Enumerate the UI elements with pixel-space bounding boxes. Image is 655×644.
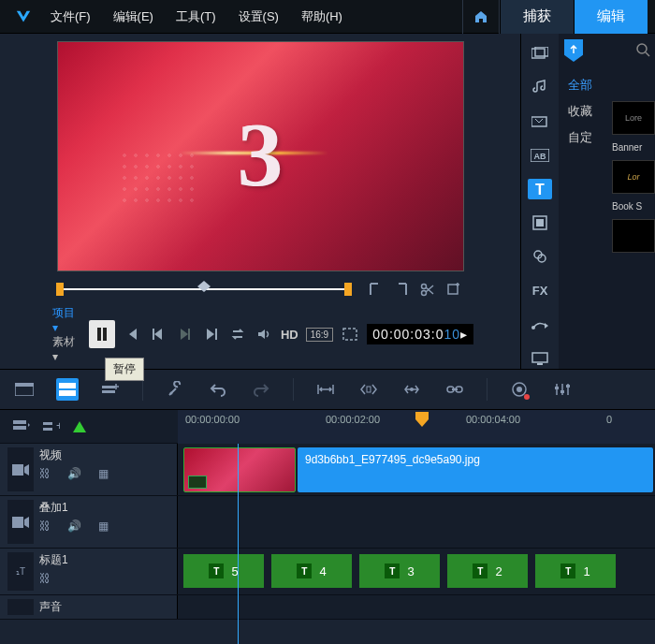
track-enable-icon[interactable] — [73, 421, 86, 432]
lib-title-icon[interactable]: T — [528, 179, 552, 199]
timeline-ruler[interactable]: 00:00:00:00 00:00:02:00 00:00:04:00 0 — [178, 410, 655, 444]
menu-tools[interactable]: 工具(T) — [165, 8, 227, 25]
lib-screen-icon[interactable] — [528, 348, 552, 369]
trim-in-handle[interactable] — [56, 283, 64, 296]
preview-tab-project[interactable]: 项目▾ — [52, 305, 78, 334]
preview-panel: 3 项目▾ 素材▾ — [0, 34, 520, 369]
svg-rect-38 — [560, 390, 564, 393]
playhead-handle[interactable] — [415, 412, 429, 427]
record-icon[interactable] — [508, 378, 531, 401]
search-icon[interactable] — [636, 43, 651, 58]
timecode-display[interactable]: 00:00:03:010▸ — [367, 324, 473, 344]
title-clip-2[interactable]: T2 — [447, 554, 528, 588]
library-thumb-3[interactable] — [612, 219, 655, 253]
title-track-icon[interactable]: ₁T — [7, 552, 34, 591]
ruler-t2: 00:00:04:00 — [466, 414, 520, 425]
volume-icon[interactable] — [255, 324, 273, 344]
mark-in-icon[interactable] — [365, 279, 386, 300]
preview-tab-clip[interactable]: 素材▾ — [52, 334, 78, 363]
split-icon[interactable] — [417, 279, 438, 300]
fit-width-icon[interactable] — [314, 378, 337, 401]
svg-point-36 — [517, 387, 522, 392]
track-link-icon[interactable]: ⛓ — [39, 520, 51, 533]
lib-fx-icon[interactable]: FX — [528, 280, 552, 300]
pause-button[interactable] — [89, 320, 114, 348]
next-frame-icon[interactable] — [175, 324, 194, 344]
preview-countdown: 3 — [238, 102, 284, 207]
clip-image-1[interactable]: 9d3b6bb1_E977495_dc9e5a90.jpg — [298, 447, 653, 492]
track-audio-label: 声音 — [39, 599, 62, 615]
timeline-view-icon[interactable] — [56, 378, 79, 401]
track-add-icon[interactable]: + — [43, 420, 60, 433]
home-button[interactable] — [462, 0, 500, 34]
pin-icon[interactable] — [564, 39, 583, 62]
preview-canvas[interactable]: 3 — [57, 41, 464, 271]
align-icon[interactable] — [400, 378, 423, 401]
library-thumb-1[interactable]: Lore — [612, 101, 655, 135]
lib-graphic-icon[interactable] — [528, 212, 552, 233]
track-link-icon[interactable]: ⛓ — [39, 467, 51, 480]
video-track-icon[interactable] — [7, 447, 34, 491]
menu-file[interactable]: 文件(F) — [39, 8, 102, 25]
svg-text:AB: AB — [534, 152, 546, 161]
library-panel: AB T FX 全部 收藏 自定 Lore Banner Lor Book S — [520, 34, 655, 369]
svg-rect-41 — [13, 426, 26, 430]
scrub-marker[interactable] — [197, 281, 211, 292]
prev-frame-icon[interactable] — [149, 324, 167, 344]
audio-track-icon[interactable] — [7, 599, 34, 615]
library-thumb-1-label: Banner — [612, 142, 655, 153]
link-icon[interactable] — [444, 378, 466, 401]
add-track-icon[interactable] — [99, 378, 122, 401]
hd-toggle[interactable]: HD — [281, 328, 298, 342]
mixer-icon[interactable] — [551, 378, 574, 401]
filter-all[interactable]: 全部 — [564, 75, 655, 95]
clip-video-1[interactable] — [183, 447, 296, 492]
title-clip-3[interactable]: T3 — [359, 554, 440, 588]
tab-edit[interactable]: 编辑 — [574, 0, 648, 34]
track-link-icon[interactable]: ⛓ — [39, 572, 51, 585]
lib-audio-icon[interactable] — [528, 77, 552, 97]
overlay-track-icon[interactable] — [7, 500, 34, 544]
undo-icon[interactable] — [207, 378, 229, 401]
redo-icon[interactable] — [250, 378, 272, 401]
lib-filter-icon[interactable] — [528, 246, 552, 267]
track-lock-icon[interactable]: ▦ — [98, 467, 109, 480]
svg-point-29 — [170, 392, 173, 395]
loop-icon[interactable] — [228, 324, 247, 344]
app-logo — [15, 8, 32, 25]
svg-rect-3 — [97, 328, 101, 341]
scrub-bar[interactable] — [56, 279, 352, 300]
fullscreen-icon[interactable] — [341, 324, 359, 344]
tab-capture[interactable]: 捕获 — [500, 0, 574, 34]
svg-rect-20 — [532, 353, 547, 362]
title-clip-4[interactable]: T4 — [271, 554, 352, 588]
menu-edit[interactable]: 编辑(E) — [102, 8, 165, 25]
library-thumb-2[interactable]: Lor — [612, 160, 655, 194]
menu-settings[interactable]: 设置(S) — [227, 8, 290, 25]
track-options-icon[interactable] — [13, 420, 30, 433]
track-lock-icon[interactable]: ▦ — [98, 520, 109, 533]
track-video: 视频 ⛓ 🔊 ▦ 9d3b6bb1_E977495_dc9e5a90.jpg — [0, 444, 655, 496]
svg-rect-8 — [343, 329, 357, 340]
trim-out-handle[interactable] — [344, 283, 352, 296]
tooltip-pause: 暂停 — [105, 358, 144, 381]
marker-add-icon[interactable] — [444, 279, 464, 300]
go-end-icon[interactable] — [201, 324, 220, 344]
lib-path-icon[interactable] — [528, 315, 552, 335]
title-clip-5[interactable]: T5 — [183, 554, 264, 588]
aspect-ratio[interactable]: 16:9 — [306, 328, 333, 342]
lib-ab-icon[interactable]: AB — [528, 145, 552, 166]
go-start-icon[interactable] — [123, 324, 141, 344]
menu-help[interactable]: 帮助(H) — [290, 8, 354, 25]
lib-media-icon[interactable] — [528, 43, 552, 64]
zoom-project-icon[interactable] — [357, 378, 380, 401]
svg-point-31 — [410, 388, 414, 391]
title-clip-1[interactable]: T1 — [535, 554, 616, 588]
timeline-toolbar — [0, 369, 655, 410]
track-mute-icon[interactable]: 🔊 — [67, 520, 81, 533]
storyboard-view-icon[interactable] — [13, 378, 36, 401]
tools-icon[interactable] — [164, 378, 186, 401]
lib-transition-icon[interactable] — [528, 110, 552, 131]
track-mute-icon[interactable]: 🔊 — [67, 467, 81, 480]
mark-out-icon[interactable] — [391, 279, 412, 300]
